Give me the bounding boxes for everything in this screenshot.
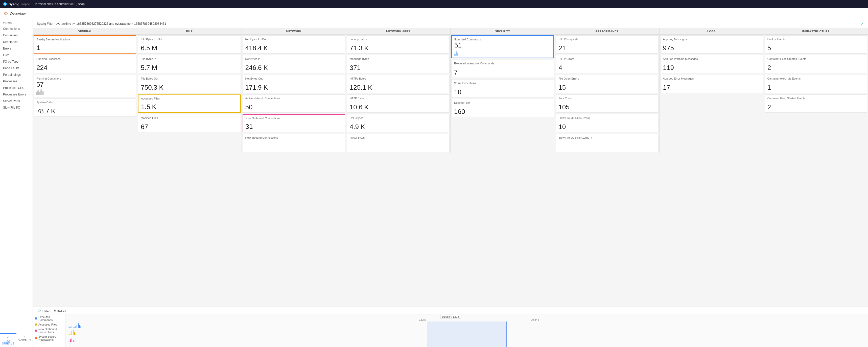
sidebar-item-processes[interactable]: Processes (0, 78, 33, 85)
metric-slow-file-io-10ms[interactable]: Slow File I/O calls (10ms+) (556, 134, 658, 152)
time-label: TIME (42, 309, 49, 312)
metric-file-bytes-in[interactable]: File Bytes In 5.7 M (138, 55, 241, 73)
metric-http-requests[interactable]: HTTP Requests 21 (556, 35, 658, 54)
timeline-row-yellow (66, 328, 868, 335)
metric-title: Net Bytes Out (245, 77, 342, 80)
metric-setns-invocations[interactable]: Setns Invocations 10 (451, 79, 554, 97)
metric-mysql-bytes[interactable]: mysql Bytes (347, 134, 450, 152)
category-network: NETWORK (242, 28, 346, 34)
syscalls-button[interactable]: ≡ SYSCALLS (17, 334, 33, 347)
metric-new-inbound-connections[interactable]: New Inbound Connections (243, 134, 345, 152)
category-logs: LOGS (659, 28, 764, 34)
sidebar-item-page-faults[interactable]: Page Faults (0, 65, 33, 71)
metric-accessed-files[interactable]: Accessed Files 1.5 K (138, 94, 241, 113)
metric-net-bytes-out[interactable]: Net Bytes Out 171.9 K (243, 75, 345, 93)
metric-value: 371 (350, 64, 447, 71)
sidebar-item-files[interactable]: Files (0, 52, 33, 58)
sidebar-item-directories[interactable]: Directories (0, 39, 33, 45)
sidebar-item-processes-errors[interactable]: Processes Errors (0, 91, 33, 98)
metric-file-open-errors[interactable]: File Open Errors 15 (556, 75, 658, 93)
filter-check-icon: ✓ (861, 21, 864, 26)
metric-title: Running Containers (36, 77, 133, 80)
timeline-chart[interactable]: duration: 1.53 s 9.32 s 10.84 s (66, 314, 868, 347)
metric-fork-count[interactable]: Fork Count 105 (556, 94, 658, 113)
metric-new-outbound-connections[interactable]: New Outbound Connections 31 (243, 114, 345, 132)
category-network-apps: NETWORK APPS (346, 28, 451, 34)
metric-net-bytes-in[interactable]: Net Bytes In 246.6 K (243, 55, 345, 73)
category-performance: PERFORMANCE (555, 28, 659, 34)
metric-value: 31 (246, 123, 342, 130)
metric-value: 21 (558, 45, 655, 51)
logo: S Sysdig (3, 2, 20, 6)
metric-value: 17 (663, 84, 760, 91)
metric-app-log-messages[interactable]: App Log Messages 975 (660, 35, 763, 54)
metric-value: 78.7 K (36, 108, 133, 115)
metric-title: File Bytes In (141, 57, 238, 60)
metric-running-processes[interactable]: Running Processes 224 (34, 55, 136, 73)
metric-container-exec-started[interactable]: Container Exec Started Events 2 (765, 94, 867, 113)
metric-system-calls[interactable]: System Calls 78.7 K (34, 98, 136, 117)
metric-title: mysql Bytes (350, 136, 447, 139)
metric-net-bytes-inout[interactable]: Net Bytes In+Out 418.4 K (243, 35, 345, 54)
metric-executed-interactive-commands[interactable]: Executed Interactive Commands 7 (451, 60, 554, 78)
legend-color-dot (35, 317, 37, 319)
metric-value: 1.5 K (141, 103, 238, 110)
legend-label: New Outbound Connections (38, 327, 63, 334)
sidebar-item-server-ports[interactable]: Server Ports (0, 98, 33, 104)
legend-sysdig-secure-notifications: Sysdig Secure Notifications (35, 335, 63, 341)
metric-container-exec-created[interactable]: Container Exec Created Events 2 (765, 55, 867, 73)
metric-sysdig-secure-notifications[interactable]: Sysdig Secure Notifications 1 (34, 35, 136, 54)
metric-executed-commands[interactable]: Executed Commands 51 (451, 35, 554, 58)
metric-active-network-connections[interactable]: Active Network Connections 50 (243, 94, 345, 113)
metric-title: Net Bytes In (245, 57, 342, 60)
column-general: Sysdig Secure Notifications 1 Running Pr… (33, 35, 137, 153)
metric-app-log-warning-messages[interactable]: App Log Warning Messages 119 (660, 55, 763, 73)
sidebar-item-io-by-type[interactable]: I/O by Type (0, 58, 33, 65)
metric-dns-bytes[interactable]: DNS Bytes 4.9 K (347, 114, 450, 132)
metric-value: 6.5 M (141, 45, 238, 51)
metric-file-bytes-out[interactable]: File Bytes Out 750.3 K (138, 75, 241, 93)
metric-running-containers[interactable]: Running Containers 57 (34, 75, 136, 97)
metric-title: Sysdig Secure Notifications (37, 38, 133, 41)
sidebar-item-port-bindings[interactable]: Port bindings (0, 71, 33, 78)
metric-modified-files[interactable]: Modified Files 67 (138, 114, 241, 132)
metric-hadoop-bytes[interactable]: hadoop Bytes 71.3 K (347, 35, 450, 54)
metric-value: 67 (141, 124, 238, 130)
metric-value: 105 (558, 104, 655, 111)
io-streams-button[interactable]: ⊙ I/O STREAMS (0, 334, 17, 347)
metric-value: 50 (245, 104, 342, 111)
metric-value: 57 (36, 81, 133, 88)
metric-http-bytes[interactable]: HTTP Bytes 10.6 K (347, 94, 450, 113)
metric-deleted-files[interactable]: Deleted Files 160 (451, 99, 554, 117)
metric-value: 4 (558, 64, 655, 71)
categories-row: GENERAL FILE NETWORK NETWORK APPS SECURI… (33, 28, 868, 35)
metric-bar (36, 89, 133, 95)
legend-label: Sysdig Secure Notifications (38, 335, 63, 341)
metric-mongodb-bytes[interactable]: mongodb Bytes 371 (347, 55, 450, 73)
time-button[interactable]: 🕐 TIME (36, 308, 50, 313)
metric-app-log-error-messages[interactable]: App Log Error Messages 17 (660, 75, 763, 93)
metric-container-exec-die[interactable]: Container exec_die Events 1 (765, 75, 867, 93)
sidebar-item-slow-file-io[interactable]: Slow File I/O (0, 104, 33, 111)
metric-title: Container exec_die Events (768, 77, 865, 80)
metric-file-bytes-inout[interactable]: File Bytes In+Out 6.5 M (138, 35, 241, 54)
metric-title: Modified Files (141, 117, 238, 120)
metric-docker-events[interactable]: Docker Events 5 (765, 35, 867, 54)
metric-https-bytes[interactable]: HTTPs Bytes 125.1 K (347, 75, 450, 93)
timeline-area: 🕐 TIME ⊞ RESET Executed Commands Acc (33, 307, 868, 347)
sidebar-item-errors[interactable]: Errors (0, 45, 33, 52)
sidebar-item-connections[interactable]: Connections (0, 26, 33, 32)
clock-icon: 🕐 (37, 309, 41, 312)
metric-value: 1 (768, 84, 865, 91)
sidebar-item-processes-cpu[interactable]: Processes CPU (0, 85, 33, 91)
filter-label: Sysdig Filter (37, 22, 54, 26)
timeline-content: Executed Commands Accessed Files New Out… (33, 314, 868, 347)
timeline-legend: Executed Commands Accessed Files New Out… (33, 314, 66, 347)
metric-value: 224 (36, 64, 133, 71)
reset-button[interactable]: ⊞ RESET (52, 308, 68, 313)
metric-http-errors[interactable]: HTTP Errors 4 (556, 55, 658, 73)
sidebar-item-containers[interactable]: Containers (0, 32, 33, 39)
topbar-section: Inspect (22, 2, 30, 5)
metric-title: Deleted Files (454, 101, 551, 104)
metric-slow-file-io-1ms[interactable]: Slow File I/O calls (1ms+) 10 (556, 114, 658, 132)
